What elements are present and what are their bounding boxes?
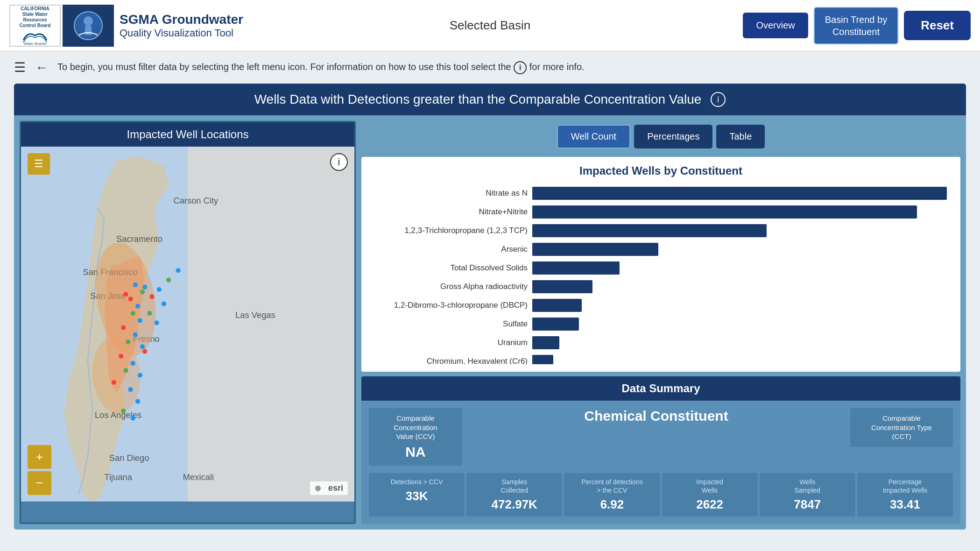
chart-row: Arsenic: [369, 243, 953, 256]
stat-value: 33K: [374, 489, 459, 503]
map-menu-button[interactable]: ☰: [28, 153, 50, 175]
summary-panel: Data Summary ComparableConcentrationValu…: [361, 376, 960, 524]
stat-value: 33.41: [863, 497, 947, 512]
svg-point-25: [138, 318, 142, 323]
logo-text: SGMA Groundwater Quality Visualization T…: [120, 12, 243, 39]
svg-text:Carson City: Carson City: [173, 196, 219, 205]
chart-bar: [532, 280, 592, 293]
svg-point-34: [112, 380, 116, 385]
menu-icon[interactable]: ☰: [14, 60, 26, 75]
svg-text:Mexicali: Mexicali: [183, 472, 214, 482]
svg-point-45: [121, 409, 126, 413]
toggle-buttons-row: Well Count Percentages Table: [361, 121, 960, 152]
percentages-button[interactable]: Percentages: [634, 125, 712, 148]
main-panel: Wells Data with Detections greater than …: [14, 84, 966, 530]
selected-basin-label: Selected Basin: [450, 18, 530, 33]
svg-point-40: [162, 301, 166, 306]
svg-text:Tijuana: Tijuana: [105, 472, 133, 482]
chart-label: Sulfate: [369, 319, 528, 329]
chart-bar-area: [532, 280, 953, 293]
reset-button[interactable]: Reset: [904, 11, 971, 40]
chart-label: 1,2,3-Trichloropropane (1,2,3 TCP): [369, 226, 528, 235]
stat-value: 472.97K: [472, 497, 557, 512]
stat-value: 6.92: [570, 497, 654, 512]
well-count-button[interactable]: Well Count: [557, 125, 630, 148]
chart-row: Chromium, Hexavalent (Cr6): [369, 355, 953, 364]
stat-label: Percent of detections> the CCV: [570, 478, 654, 494]
chart-bar: [532, 224, 767, 237]
chart-label: Gross Alpha radioactivity: [369, 282, 528, 291]
map-body[interactable]: Carson City Sacramento San Francisco San…: [21, 147, 354, 502]
chart-row: Sulfate: [369, 318, 953, 331]
chart-label: Chromium, Hexavalent (Cr6): [369, 357, 528, 364]
summary-top-row: ComparableConcentrationValue (CCV) NA Ch…: [369, 408, 953, 466]
chart-bar: [532, 205, 917, 219]
zoom-out-button[interactable]: −: [28, 471, 51, 495]
svg-point-47: [315, 486, 321, 491]
stat-box: WellsSampled 7847: [760, 473, 855, 516]
info-icon-inline[interactable]: i: [514, 61, 527, 74]
chart-bar: [532, 261, 620, 275]
main-panel-header: Wells Data with Detections greater than …: [14, 84, 966, 115]
map-title: Impacted Well Locations: [21, 122, 354, 147]
stat-label: PercentageImpacted Wells: [863, 478, 947, 494]
table-button[interactable]: Table: [716, 125, 765, 148]
summary-body: ComparableConcentrationValue (CCV) NA Ch…: [361, 401, 960, 524]
chart-title: Impacted Wells by Constituent: [369, 164, 953, 177]
logo-area: CALIFORNIAState Water ResourcesControl B…: [9, 5, 243, 47]
svg-point-2: [84, 16, 93, 26]
app-title-line2: Quality Visualization Tool: [120, 27, 243, 39]
chart-label: Arsenic: [369, 245, 528, 254]
map-panel: Impacted Well Locations Carson City: [20, 121, 356, 524]
chart-bar-area: [532, 336, 953, 349]
overview-button[interactable]: Overview: [743, 13, 808, 38]
svg-point-36: [176, 268, 181, 273]
ccv-box: ComparableConcentrationValue (CCV) NA: [369, 408, 462, 466]
svg-point-21: [135, 304, 140, 309]
ccv-value: NA: [378, 444, 453, 460]
header-actions: Overview Basin Trend by Constituent Rese…: [743, 7, 971, 44]
basin-trend-button[interactable]: Basin Trend by Constituent: [814, 7, 898, 44]
svg-point-46: [131, 416, 135, 420]
stat-label: SamplesCollected: [472, 478, 557, 494]
summary-stats-row: Detections > CCV 33K SamplesCollected 47…: [369, 473, 953, 516]
svg-point-26: [121, 325, 126, 330]
svg-point-29: [140, 344, 145, 349]
svg-point-42: [155, 320, 159, 325]
svg-point-28: [126, 339, 130, 344]
stat-box: SamplesCollected 472.97K: [466, 473, 562, 516]
chart-row: 1,2-Dibromo-3-chloropropane (DBCP): [369, 299, 953, 312]
svg-point-23: [142, 285, 147, 290]
chart-bar: [532, 318, 579, 331]
chart-bar: [532, 187, 947, 200]
svg-text:Las Vegas: Las Vegas: [235, 310, 275, 320]
chart-bar-area: [532, 355, 953, 364]
esri-badge: esri: [310, 481, 348, 495]
stat-label: WellsSampled: [765, 478, 850, 494]
chart-bar: [532, 243, 658, 256]
zoom-in-button[interactable]: +: [28, 445, 51, 469]
back-icon[interactable]: ←: [35, 60, 48, 75]
chart-bar-area: [532, 187, 953, 200]
chart-row: Nitrate+Nitrite: [369, 205, 953, 219]
cct-box: ComparableConcentration Type(CCT): [850, 408, 953, 447]
map-info-button[interactable]: i: [330, 153, 348, 171]
chart-bar-area: [532, 299, 953, 312]
svg-point-33: [138, 373, 142, 377]
stat-box: Percent of detections> the CCV 6.92: [564, 473, 660, 516]
svg-rect-3: [85, 26, 92, 35]
chart-row: Total Dissolved Solids: [369, 261, 953, 275]
svg-point-37: [166, 277, 171, 282]
summary-title: Data Summary: [361, 376, 960, 401]
svg-point-39: [149, 294, 154, 299]
svg-text:Water Boards: Water Boards: [24, 42, 47, 45]
svg-point-30: [119, 354, 123, 359]
chart-row: 1,2,3-Trichloropropane (1,2,3 TCP): [369, 224, 953, 237]
panel-info-icon[interactable]: i: [711, 92, 726, 107]
svg-point-31: [131, 361, 135, 366]
instruction-text: To begin, you must filter data by select…: [57, 61, 585, 74]
stat-label: ImpactedWells: [668, 478, 752, 494]
chart-row: Gross Alpha radioactivity: [369, 280, 953, 293]
chart-label: Total Dissolved Solids: [369, 263, 528, 273]
main-panel-title: Wells Data with Detections greater than …: [254, 92, 702, 107]
